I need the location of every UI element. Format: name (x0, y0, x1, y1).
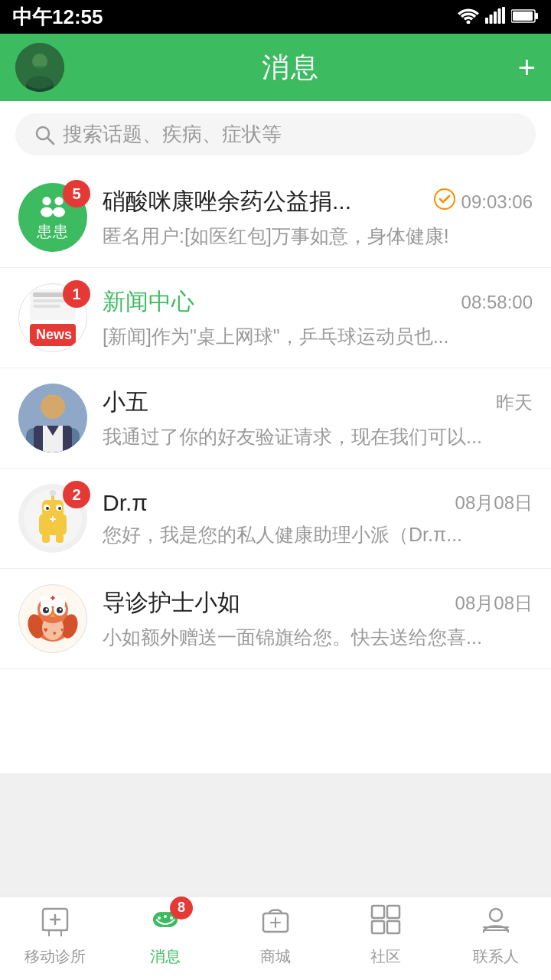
sender-name-news: 新闻中心 (103, 286, 194, 318)
status-bar: 中午12:55 (0, 0, 551, 34)
nav-item-mobile-clinic[interactable]: 移动诊所 (0, 903, 110, 967)
svg-point-16 (41, 207, 53, 217)
search-placeholder: 搜索话题、疾病、症状等 (63, 121, 282, 148)
message-item-nurse[interactable]: ♥ ♥ ♥ 导诊护士小如 08月08日 小如额外赠送一面锦旗给您。快去送给您喜.… (0, 569, 551, 669)
message-content-nurse: 导诊护士小如 08月08日 小如额外赠送一面锦旗给您。快去送给您喜... (103, 587, 533, 650)
svg-rect-42 (56, 534, 64, 543)
message-time-drpi: 08月08日 (455, 491, 533, 515)
message-content-huanhuan: 硝酸咪康唑余药公益捐... 09:03:06 匿名用户:[如医红包]万事如意，身… (103, 186, 533, 249)
svg-rect-80 (372, 921, 384, 933)
svg-rect-7 (535, 13, 538, 19)
message-preview-drpi: 您好，我是您的私人健康助理小派（Dr.π... (103, 522, 533, 547)
svg-rect-3 (494, 11, 497, 24)
gray-area (0, 773, 551, 896)
add-button[interactable]: + (518, 52, 536, 83)
sender-name-nurse: 导诊护士小如 (103, 587, 240, 619)
check-icon (434, 188, 455, 215)
svg-rect-8 (513, 11, 533, 21)
svg-point-15 (42, 197, 51, 205)
user-avatar[interactable] (15, 43, 64, 92)
message-badge-drpi: 2 (63, 481, 90, 508)
svg-rect-79 (387, 906, 399, 918)
avatar-container: 患患 5 (18, 183, 87, 252)
avatar-container-drpi: 2 (18, 484, 87, 553)
message-item-news[interactable]: News 1 新闻中心 08:58:00 [新闻]作为"桌上网球"，乒乓球运动员… (0, 268, 551, 368)
header: 消息 + (0, 34, 551, 101)
message-header-nurse: 导诊护士小如 08月08日 (103, 587, 533, 619)
svg-point-18 (53, 207, 65, 217)
message-content-drpi: Dr.π 08月08日 您好，我是您的私人健康助理小派（Dr.π... (103, 490, 533, 547)
nav-label-contacts: 联系人 (473, 946, 519, 967)
svg-point-82 (490, 909, 502, 921)
status-icons (458, 5, 539, 29)
message-content-news: 新闻中心 08:58:00 [新闻]作为"桌上网球"，乒乓球运动员也... (103, 286, 533, 349)
svg-text:♥: ♥ (53, 630, 57, 637)
svg-text:♥: ♥ (60, 627, 64, 632)
huanhuan-label: 患患 (37, 221, 69, 242)
mobile-clinic-icon (38, 903, 72, 943)
nav-item-community[interactable]: 社区 (331, 903, 441, 967)
message-header-xiaowu: 小五 昨天 (103, 387, 533, 418)
nav-item-contacts[interactable]: 联系人 (441, 903, 551, 967)
contacts-icon (479, 903, 513, 943)
svg-rect-2 (490, 15, 493, 24)
avatar-container-nurse: ♥ ♥ ♥ (18, 584, 87, 653)
svg-point-25 (41, 394, 65, 419)
search-bar: 搜索话题、疾病、症状等 (0, 101, 551, 168)
svg-point-73 (164, 915, 167, 918)
message-content-xiaowu: 小五 昨天 我通过了你的好友验证请求，现在我们可以... (103, 387, 533, 449)
message-badge-huanhuan: 5 (63, 180, 90, 207)
message-item-drpi[interactable]: 2 Dr.π 08月08日 您好，我是您的私人健康助理小派（Dr.π... (0, 469, 551, 569)
avatar-container-news: News 1 (18, 283, 87, 352)
svg-rect-12 (23, 66, 57, 89)
svg-point-72 (158, 916, 161, 920)
search-icon (34, 124, 55, 145)
message-header-drpi: Dr.π 08月08日 (103, 490, 533, 516)
news-label: News (30, 324, 76, 346)
signal-icon (485, 5, 505, 29)
nav-item-messages[interactable]: 8 消息 (110, 903, 220, 967)
shop-icon (259, 903, 292, 943)
search-input-container[interactable]: 搜索话题、疾病、症状等 (15, 113, 536, 155)
nav-label-shop: 商城 (260, 946, 291, 967)
sender-name-drpi: Dr.π (103, 490, 148, 516)
message-header-huanhuan: 硝酸咪康唑余药公益捐... 09:03:06 (103, 186, 533, 217)
sender-name-huanhuan: 硝酸咪康唑余药公益捐... (103, 186, 351, 217)
message-preview-nurse: 小如额外赠送一面锦旗给您。快去送给您喜... (103, 625, 533, 650)
messages-nav-badge: 8 (170, 897, 193, 920)
svg-rect-81 (387, 921, 399, 933)
message-badge-news: 1 (63, 280, 90, 308)
message-preview-xiaowu: 我通过了你的好友验证请求，现在我们可以... (103, 424, 533, 449)
message-item-xiaowu[interactable]: 小五 昨天 我通过了你的好友验证请求，现在我们可以... (0, 368, 551, 469)
svg-line-14 (47, 138, 54, 144)
message-item-huanhuan[interactable]: 患患 5 硝酸咪康唑余药公益捐... 09:03:06 匿名用户:[如医红包]万… (0, 168, 551, 268)
svg-rect-78 (372, 906, 384, 918)
sender-name-xiaowu: 小五 (103, 387, 148, 418)
message-time-news: 08:58:00 (461, 292, 533, 313)
svg-rect-4 (498, 8, 501, 24)
svg-rect-5 (502, 7, 505, 24)
svg-point-54 (60, 609, 62, 611)
message-header-news: 新闻中心 08:58:00 (103, 286, 533, 318)
svg-point-38 (58, 507, 61, 510)
svg-point-17 (54, 197, 63, 205)
svg-point-34 (50, 490, 56, 496)
svg-point-74 (170, 916, 173, 920)
avatar-nurse: ♥ ♥ ♥ (18, 584, 87, 653)
bottom-nav: 移动诊所 8 消息 商城 (0, 896, 551, 980)
nav-label-mobile-clinic: 移动诊所 (24, 946, 86, 967)
message-list: 患患 5 硝酸咪康唑余药公益捐... 09:03:06 匿名用户:[如医红包]万… (0, 168, 551, 773)
svg-rect-41 (42, 534, 50, 543)
community-icon (369, 903, 403, 943)
message-time-nurse: 08月08日 (455, 591, 533, 616)
message-preview-huanhuan: 匿名用户:[如医红包]万事如意，身体健康! (103, 224, 533, 249)
message-time-huanhuan: 09:03:06 (461, 191, 533, 213)
nav-item-shop[interactable]: 商城 (220, 903, 331, 967)
avatar-image (15, 43, 64, 92)
svg-rect-40 (52, 516, 54, 522)
avatar-container-xiaowu (18, 384, 87, 452)
messages-icon: 8 (148, 903, 182, 943)
message-time-xiaowu: 昨天 (496, 390, 533, 415)
wifi-icon (458, 5, 479, 29)
svg-rect-1 (485, 18, 488, 24)
